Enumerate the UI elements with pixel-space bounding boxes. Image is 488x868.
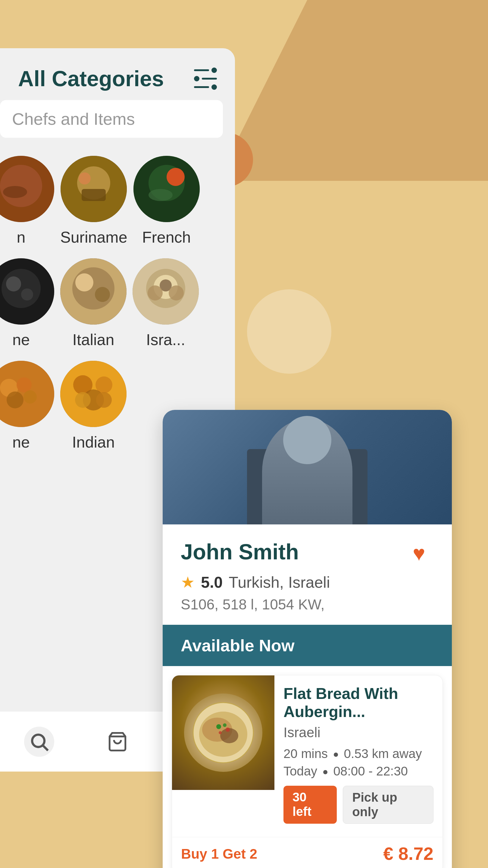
svg-line-37 (43, 746, 48, 750)
svg-point-12 (1, 269, 41, 308)
category-item-first[interactable]: n (0, 156, 54, 246)
category-item-indian[interactable]: Indian (60, 361, 127, 451)
category-item-suriname[interactable]: Suriname (60, 156, 127, 246)
chef-photo (163, 410, 452, 524)
category-label-row3-first: ne (12, 433, 30, 451)
category-circle-italian (60, 258, 127, 324)
chef-card: John Smith ♥ ★ 5.0 Turkish, Israeli S106… (163, 410, 452, 868)
filter-icon-row3 (194, 84, 217, 90)
svg-point-45 (216, 724, 221, 729)
svg-point-10 (149, 189, 173, 201)
svg-point-24 (169, 285, 184, 301)
food-plate (184, 693, 262, 772)
filter-line3 (194, 86, 209, 88)
category-item-row3-first[interactable]: ne (0, 361, 54, 451)
category-item-italian[interactable]: Italian (60, 258, 127, 349)
food-item-footer: Buy 1 Get 2 € 8.72 (172, 837, 443, 868)
delivery-time: 20 mins (284, 747, 328, 761)
category-circle-first (0, 156, 54, 222)
svg-point-35 (96, 392, 112, 408)
food-price: € 8.72 (383, 843, 433, 864)
svg-point-14 (21, 288, 33, 301)
chef-rating: 5.0 (201, 573, 223, 591)
bg-diagonal-shape (217, 0, 488, 181)
nav-cart-button[interactable] (102, 727, 133, 757)
favorite-button[interactable]: ♥ (413, 541, 434, 562)
category-circle-row2-first (0, 258, 54, 324)
chef-name-row: John Smith ♥ (181, 539, 434, 564)
category-item-israeli[interactable]: Isra... (133, 258, 199, 349)
svg-point-13 (6, 276, 21, 291)
available-now-title: Available Now (181, 636, 295, 655)
tags-row: 30 left Pick up only (284, 786, 433, 824)
svg-point-1 (0, 165, 42, 207)
chef-address: S106, 518 l, 1054 KW, (181, 596, 434, 613)
page-title: All Categories (18, 66, 164, 91)
category-circle-israeli (133, 258, 199, 324)
panel-header: All Categories (0, 48, 235, 100)
svg-point-34 (75, 392, 91, 408)
category-row-2: ne Italian Isra... (0, 252, 235, 355)
chef-rating-row: ★ 5.0 Turkish, Israeli (181, 573, 434, 591)
filter-line2 (202, 78, 217, 80)
tag-quantity: 30 left (284, 786, 337, 824)
nav-search-button[interactable] (24, 727, 54, 757)
food-item-details: Flat Bread With Aubergin... Israeli 20 m… (274, 675, 443, 837)
svg-point-28 (7, 392, 24, 408)
filter-button[interactable] (194, 67, 217, 90)
food-item-inner: Flat Bread With Aubergin... Israeli 20 m… (172, 675, 443, 837)
category-circle-indian (60, 361, 127, 427)
category-label-israeli: Isra... (146, 331, 185, 349)
availability-day: Today (284, 764, 317, 778)
filter-dot2 (194, 76, 199, 82)
svg-point-27 (17, 377, 32, 393)
category-label-french: French (142, 228, 191, 246)
chef-name: John Smith (181, 539, 299, 564)
chef-info: John Smith ♥ ★ 5.0 Turkish, Israeli S106… (163, 524, 452, 625)
svg-point-18 (95, 287, 110, 302)
category-label-suriname: Suriname (60, 228, 127, 246)
food-item-image (172, 675, 274, 790)
svg-point-6 (78, 173, 91, 184)
svg-point-36 (32, 735, 44, 747)
svg-point-47 (226, 727, 230, 732)
category-item-row2-first[interactable]: ne (0, 258, 54, 349)
filter-dot3 (212, 84, 217, 90)
category-circle-suriname (61, 156, 127, 222)
background-circle-large (247, 289, 331, 374)
category-circle-row3-first (0, 361, 54, 427)
category-label-indian: Indian (72, 433, 115, 451)
svg-point-46 (223, 723, 227, 727)
filter-icon-row1 (194, 67, 217, 73)
filter-dot (212, 67, 217, 73)
promo-label: Buy 1 Get 2 (181, 846, 257, 862)
available-now-header: Available Now (163, 625, 452, 666)
food-item-name: Flat Bread With Aubergin... (284, 684, 433, 721)
distance: 0.53 km away (344, 747, 422, 761)
filter-icon-row2 (194, 76, 217, 82)
star-icon: ★ (181, 573, 195, 591)
svg-point-2 (3, 186, 27, 198)
category-circle-french (133, 156, 200, 222)
meta-dot-2 (323, 770, 327, 774)
category-item-french[interactable]: French (133, 156, 200, 246)
filter-line (194, 69, 209, 71)
chef-cuisines: Turkish, Israeli (229, 573, 330, 591)
svg-rect-5 (82, 189, 106, 201)
tag-pickup: Pick up only (343, 786, 433, 824)
category-row-1: n Suriname French (0, 150, 235, 252)
meta-dot-1 (334, 752, 338, 757)
category-label-first: n (17, 228, 26, 246)
search-bar[interactable]: Chefs and Items (0, 100, 223, 138)
category-label-row2-first: ne (12, 331, 30, 349)
availability-hours: 08:00 - 22:30 (333, 764, 408, 778)
search-placeholder: Chefs and Items (12, 110, 135, 128)
svg-point-29 (24, 390, 37, 404)
svg-point-17 (75, 273, 93, 291)
food-item-time: Today 08:00 - 22:30 (284, 764, 433, 778)
svg-point-48 (219, 731, 222, 734)
chef-head (283, 416, 331, 464)
food-item-flatbread[interactable]: Flat Bread With Aubergin... Israeli 20 m… (172, 675, 443, 868)
food-item-cuisine: Israeli (284, 724, 433, 741)
category-label-italian: Italian (73, 331, 115, 349)
